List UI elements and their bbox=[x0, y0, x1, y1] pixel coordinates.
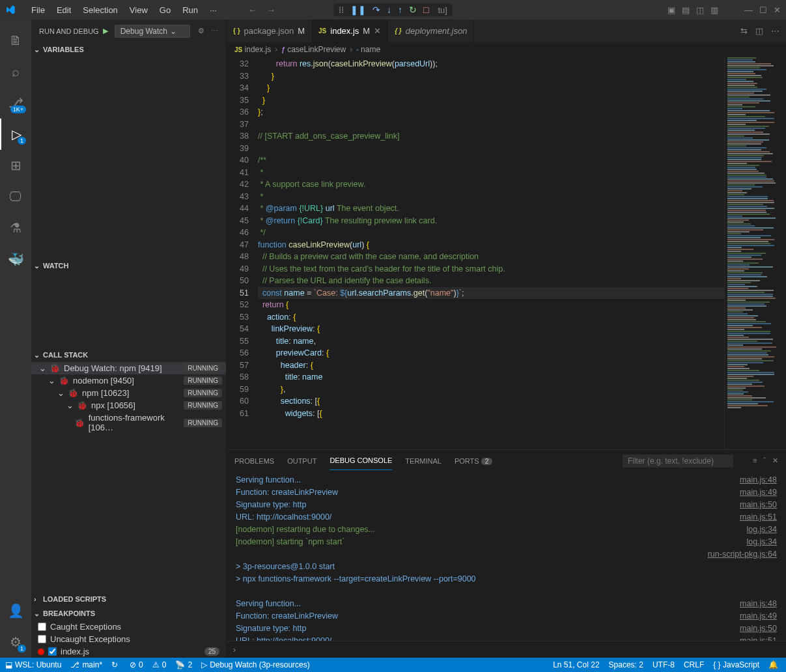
status-ports[interactable]: 📡2 bbox=[175, 660, 192, 669]
debug-console-filter[interactable] bbox=[623, 455, 733, 468]
section-variables[interactable]: ⌄ VARIABLES bbox=[31, 42, 226, 57]
panel-close-icon[interactable]: ✕ bbox=[772, 456, 778, 465]
callstack-row[interactable]: ⌄🐞npx [10656]RUNNING bbox=[31, 399, 226, 412]
section-callstack[interactable]: ⌄ CALL STACK bbox=[31, 348, 226, 362]
extensions-icon[interactable]: ⊞ bbox=[0, 150, 31, 181]
panel-tab-debug-console[interactable]: DEBUG CONSOLE bbox=[330, 451, 392, 470]
breadcrumb-item[interactable]: ▫ name bbox=[356, 45, 380, 54]
window-minimize-icon[interactable]: — bbox=[744, 5, 753, 15]
console-source-link[interactable]: run-script-pkg.js:64 bbox=[708, 548, 777, 561]
search-icon[interactable]: ⌕ bbox=[0, 56, 31, 87]
status-debug[interactable]: ▷Debug Watch (3p-resources) bbox=[201, 660, 310, 669]
console-source-link[interactable]: main.js:50 bbox=[740, 623, 777, 635]
command-center[interactable]: ⁞⁞ ❚❚ ↷ ↓ ↑ ↻ □ tu] bbox=[333, 3, 453, 16]
status-error[interactable]: ⊘0 bbox=[130, 660, 143, 669]
callstack-row[interactable]: ⌄🐞nodemon [9450]RUNNING bbox=[31, 374, 226, 387]
git-icon[interactable]: ⎇1K+ bbox=[0, 87, 31, 119]
breadcrumb-item[interactable]: ƒ caseLinkPreview bbox=[281, 45, 346, 54]
breakpoint-row[interactable]: Caught Exceptions bbox=[31, 621, 226, 633]
layout-icon-3[interactable]: ◫ bbox=[696, 5, 704, 15]
status-branch[interactable]: ⎇main* bbox=[70, 660, 102, 669]
status-item[interactable]: 🔔 bbox=[768, 660, 781, 669]
window-maximize-icon[interactable]: ☐ bbox=[759, 5, 767, 15]
status-item[interactable]: { } JavaScript bbox=[713, 660, 759, 669]
callstack-row[interactable]: ⌄🐞npm [10623]RUNNING bbox=[31, 387, 226, 399]
breadcrumb[interactable]: JS index.js›ƒ caseLinkPreview›▫ name bbox=[227, 42, 786, 57]
debug-pause-icon[interactable]: ❚❚ bbox=[350, 5, 366, 15]
breakpoint-checkbox[interactable] bbox=[48, 647, 57, 656]
section-watch[interactable]: ⌄ WATCH bbox=[31, 259, 226, 273]
menu-go[interactable]: Go bbox=[154, 3, 176, 18]
debug-restart-icon[interactable]: ↻ bbox=[409, 5, 417, 15]
remote-icon[interactable]: 🖵 bbox=[0, 181, 31, 212]
breakpoint-row[interactable]: index.js25 bbox=[31, 645, 226, 658]
status-item[interactable]: CRLF bbox=[684, 660, 704, 669]
panel-tab-output[interactable]: OUTPUT bbox=[287, 452, 316, 470]
callstack-row[interactable]: ⌄🐞Debug Watch: npm [9419]RUNNING bbox=[31, 362, 226, 374]
debug-step-into-icon[interactable]: ↓ bbox=[387, 5, 391, 15]
console-source-link[interactable]: main.js:49 bbox=[740, 610, 777, 623]
layout-icon-1[interactable]: ▣ bbox=[667, 5, 675, 15]
console-source-link[interactable]: main.js:51 bbox=[740, 635, 777, 641]
panel-tab-ports[interactable]: PORTS 2 bbox=[455, 452, 492, 470]
console-source-link[interactable]: main.js:51 bbox=[740, 511, 777, 524]
beaker-icon[interactable]: ⚗ bbox=[0, 212, 31, 244]
debug-console-output[interactable]: Serving function...main.js:48Function: c… bbox=[227, 471, 786, 641]
gear-icon[interactable]: ⚙ bbox=[198, 27, 204, 35]
layout-icon-2[interactable]: ▤ bbox=[682, 5, 690, 15]
nav-back-icon[interactable]: ← bbox=[248, 5, 257, 15]
console-source-link[interactable]: main.js:49 bbox=[740, 486, 777, 499]
docker-icon[interactable]: 🐳 bbox=[0, 244, 31, 275]
console-source-link[interactable]: log.js:34 bbox=[746, 524, 777, 536]
start-debug-icon[interactable]: ▶ bbox=[103, 27, 108, 35]
minimap[interactable] bbox=[724, 57, 786, 449]
code-content[interactable]: return res.json(caseLinkPreview(parsedUr… bbox=[258, 57, 724, 449]
compare-icon[interactable]: ⇆ bbox=[740, 26, 748, 36]
layout-icon-4[interactable]: ▥ bbox=[710, 5, 718, 15]
debug-console-input[interactable]: › bbox=[227, 641, 786, 658]
status-item[interactable]: Spaces: 2 bbox=[609, 660, 643, 669]
menu-selection[interactable]: Selection bbox=[77, 3, 122, 18]
gear-icon[interactable]: ⚙1 bbox=[0, 626, 31, 658]
tab-index.js[interactable]: JSindex.js M ✕ bbox=[312, 20, 388, 42]
debug-icon[interactable]: ▷1 bbox=[0, 119, 31, 150]
console-source-link[interactable]: main.js:50 bbox=[740, 499, 777, 511]
section-loaded-scripts[interactable]: › LOADED SCRIPTS bbox=[31, 592, 226, 606]
section-breakpoints[interactable]: ⌄ BREAKPOINTS bbox=[31, 606, 226, 621]
code-editor[interactable]: 3233343536373839404142434445464748495051… bbox=[227, 57, 786, 449]
debug-step-out-icon[interactable]: ↑ bbox=[398, 5, 402, 15]
debug-config-select[interactable]: Debug Watch ⌄ bbox=[115, 25, 190, 38]
menu-edit[interactable]: Edit bbox=[51, 3, 76, 18]
menu-file[interactable]: File bbox=[26, 3, 50, 18]
breakpoint-row[interactable]: Uncaught Exceptions bbox=[31, 633, 226, 645]
breadcrumb-item[interactable]: JS index.js bbox=[234, 45, 271, 54]
status-item[interactable]: UTF-8 bbox=[653, 660, 675, 669]
tab-deployment.json[interactable]: { }deployment.json bbox=[388, 20, 474, 42]
menu-run[interactable]: Run bbox=[177, 3, 203, 18]
menu-···[interactable]: ··· bbox=[204, 3, 222, 18]
status-sync[interactable]: ↻ bbox=[111, 660, 120, 669]
tab-package.json[interactable]: { }package.json M bbox=[227, 20, 312, 42]
files-icon[interactable]: 🗎 bbox=[0, 25, 31, 56]
panel-tab-problems[interactable]: PROBLEMS bbox=[234, 452, 274, 470]
console-source-link[interactable]: main.js:48 bbox=[740, 474, 777, 486]
filter-settings-icon[interactable]: ≡ bbox=[753, 456, 757, 465]
status-item[interactable]: Ln 51, Col 22 bbox=[553, 660, 599, 669]
debug-drag-icon[interactable]: ⁞⁞ bbox=[339, 5, 344, 15]
console-source-link[interactable]: log.js:34 bbox=[746, 536, 777, 548]
callstack-row[interactable]: 🐞functions-framework [106…RUNNING bbox=[31, 412, 226, 434]
status-warning[interactable]: ⚠0 bbox=[152, 660, 167, 669]
more-icon[interactable]: ⋯ bbox=[771, 26, 779, 36]
menu-view[interactable]: View bbox=[124, 3, 153, 18]
debug-stop-icon[interactable]: □ bbox=[423, 5, 428, 15]
split-icon[interactable]: ◫ bbox=[755, 26, 763, 36]
window-close-icon[interactable]: ✕ bbox=[774, 5, 781, 15]
debug-step-over-icon[interactable]: ↷ bbox=[372, 5, 380, 15]
account-icon[interactable]: 👤 bbox=[0, 595, 31, 626]
nav-forward-icon[interactable]: → bbox=[267, 5, 275, 15]
panel-maximize-icon[interactable]: ˆ bbox=[763, 456, 766, 465]
console-source-link[interactable]: main.js:48 bbox=[740, 598, 777, 610]
close-icon[interactable]: ✕ bbox=[374, 26, 381, 36]
panel-tab-terminal[interactable]: TERMINAL bbox=[405, 452, 442, 470]
status-remote[interactable]: ⬓WSL: Ubuntu bbox=[5, 660, 61, 669]
